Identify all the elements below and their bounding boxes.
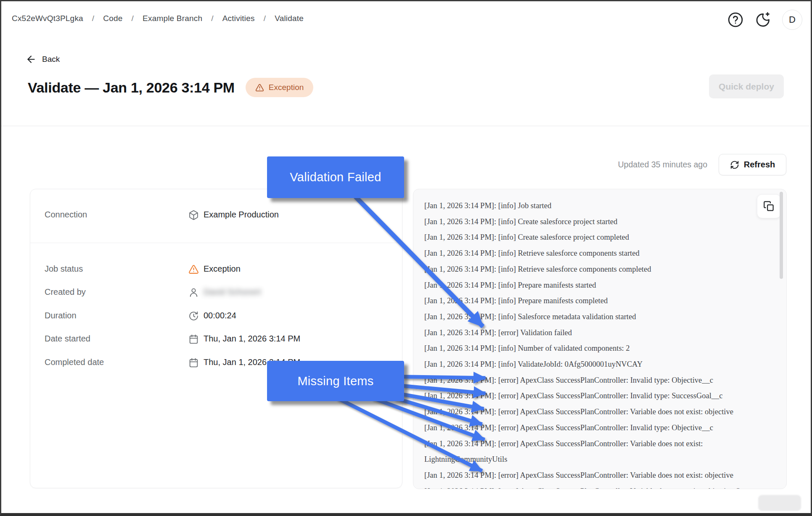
log-line: [Jan 1, 2026 3:14 PM]: [error] ApexClass…: [424, 436, 753, 468]
card-divider: [30, 243, 402, 243]
date-started-value: Thu, Jan 1, 2026 3:14 PM: [204, 334, 300, 344]
log-line: [Jan 1, 2026 3:14 PM]: [info] Job starte…: [424, 198, 753, 214]
calendar-icon: [188, 357, 199, 368]
job-log-panel: [Jan 1, 2026 3:14 PM]: [info] Job starte…: [413, 189, 787, 489]
date-started-label: Date started: [45, 334, 90, 344]
avatar-initial: D: [789, 14, 796, 25]
breadcrumb-item-validate[interactable]: Validate: [275, 14, 304, 23]
job-status-row: Job status Exception: [30, 264, 402, 275]
completed-date-value: Thu, Jan 1, 2026 3:14 PM: [204, 357, 300, 367]
refresh-label: Refresh: [744, 160, 775, 169]
created-by-value: David Schonert: [204, 287, 261, 297]
help-button[interactable]: [727, 11, 744, 29]
moon-plus-icon: [755, 12, 771, 28]
app-window: Cx52eWvQt3PLgka / Code / Example Branch …: [0, 0, 812, 516]
job-details-card: Connection Example Production Job status…: [30, 189, 402, 488]
breadcrumb-item-activities[interactable]: Activities: [222, 14, 255, 23]
log-line: [Jan 1, 2026 3:14 PM]: [info] Prepare ma…: [424, 278, 753, 294]
duration-row: Duration 00:00:24: [30, 311, 402, 322]
breadcrumb-separator: /: [92, 14, 94, 23]
package-icon: [188, 210, 199, 220]
timer-icon: [188, 311, 199, 321]
created-by-row: Created by David Schonert: [30, 287, 402, 298]
log-line: [Jan 1, 2026 3:14 PM]: [error] ApexClass…: [424, 373, 753, 389]
log-scrollbar-thumb[interactable]: [780, 192, 783, 279]
arrow-left-icon: [26, 54, 37, 65]
connection-label: Connection: [45, 210, 87, 220]
user-icon: [188, 287, 199, 298]
user-avatar[interactable]: D: [782, 10, 802, 30]
created-by-label: Created by: [45, 287, 86, 297]
breadcrumb-item-code[interactable]: Code: [103, 14, 122, 23]
topbar-actions: D: [727, 10, 802, 30]
log-line: [Jan 1, 2026 3:14 PM]: [error] ApexClass…: [424, 468, 753, 484]
breadcrumb-separator: /: [132, 14, 134, 23]
calendar-icon: [188, 334, 199, 344]
copy-log-button[interactable]: [757, 194, 781, 218]
job-status-label: Job status: [45, 264, 83, 274]
connection-row: Connection Example Production: [30, 210, 402, 221]
title-row: Validate — Jan 1, 2026 3:14 PM Exception: [28, 78, 313, 97]
log-line: [Jan 1, 2026 3:14 PM]: [info] Create sal…: [424, 230, 753, 246]
job-status-value: Exception: [204, 264, 241, 274]
breadcrumb-separator: /: [264, 14, 266, 23]
refresh-button[interactable]: Refresh: [719, 154, 786, 175]
breadcrumb: Cx52eWvQt3PLgka / Code / Example Branch …: [12, 14, 304, 23]
date-started-row: Date started Thu, Jan 1, 2026 3:14 PM: [30, 334, 402, 345]
log-line: [Jan 1, 2026 3:14 PM]: [info] Retrieve s…: [424, 246, 753, 262]
status-badge: Exception: [246, 78, 313, 97]
dark-mode-toggle[interactable]: [754, 11, 772, 29]
header-divider: [1, 126, 811, 126]
log-line: [Jan 1, 2026 3:14 PM]: [error] ApexClass…: [424, 484, 753, 489]
completed-date-label: Completed date: [45, 357, 104, 367]
log-output: [Jan 1, 2026 3:14 PM]: [info] Job starte…: [424, 198, 753, 489]
breadcrumb-item-branch[interactable]: Example Branch: [143, 14, 202, 23]
log-line: [Jan 1, 2026 3:14 PM]: [error] ApexClass…: [424, 420, 753, 436]
breadcrumb-item-repo[interactable]: Cx52eWvQt3PLgka: [12, 14, 83, 23]
log-line: [Jan 1, 2026 3:14 PM]: [error] ApexClass…: [424, 404, 753, 420]
log-line: [Jan 1, 2026 3:14 PM]: [info] Prepare ma…: [424, 293, 753, 309]
back-button[interactable]: Back: [26, 54, 60, 65]
status-badge-label: Exception: [269, 83, 304, 92]
completed-date-row: Completed date Thu, Jan 1, 2026 3:14 PM: [30, 357, 402, 368]
log-line: [Jan 1, 2026 3:14 PM]: [info] Salesforce…: [424, 309, 753, 325]
page-title: Validate — Jan 1, 2026 3:14 PM: [28, 79, 235, 96]
log-line: [Jan 1, 2026 3:14 PM]: [info] Create sal…: [424, 214, 753, 230]
log-line: [Jan 1, 2026 3:14 PM]: [error] ApexClass…: [424, 388, 753, 404]
chat-widget-blob: [758, 495, 801, 511]
log-line: [Jan 1, 2026 3:14 PM]: [info] Retrieve s…: [424, 262, 753, 278]
back-label: Back: [42, 55, 60, 64]
log-line: [Jan 1, 2026 3:14 PM]: [info] ValidateJo…: [424, 357, 753, 373]
warning-triangle-icon: [255, 83, 264, 92]
log-line: [Jan 1, 2026 3:14 PM]: [info] Number of …: [424, 341, 753, 357]
duration-label: Duration: [45, 311, 77, 320]
updated-timestamp: Updated 35 minutes ago: [618, 160, 707, 169]
breadcrumb-separator: /: [211, 14, 213, 23]
duration-value: 00:00:24: [204, 311, 236, 320]
help-circle-icon: [727, 12, 743, 28]
warning-triangle-icon: [188, 264, 199, 275]
log-line: [Jan 1, 2026 3:14 PM]: [error] Validatio…: [424, 325, 753, 341]
copy-icon: [763, 201, 775, 212]
connection-value: Example Production: [204, 210, 279, 220]
quick-deploy-button[interactable]: Quick deploy: [709, 74, 784, 98]
refresh-icon: [730, 160, 739, 169]
